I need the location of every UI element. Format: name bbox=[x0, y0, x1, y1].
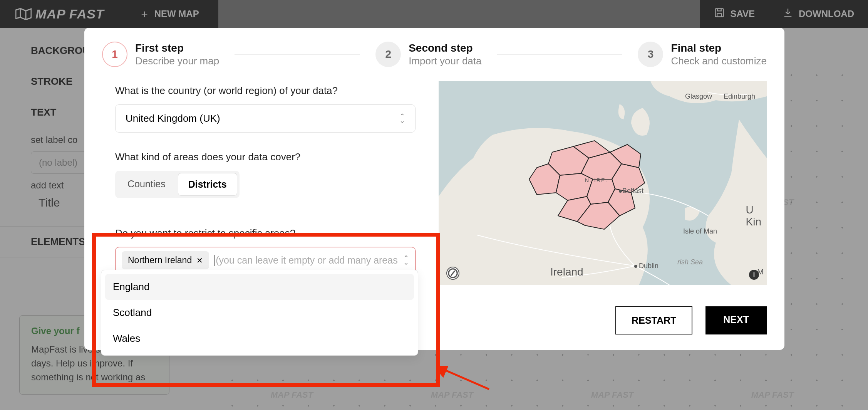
area-dropdown: England Scotland Wales bbox=[101, 270, 418, 356]
step-1[interactable]: 1 First step Describe your map bbox=[102, 42, 219, 67]
question-restrict: Do you want to restrict to specific area… bbox=[115, 227, 416, 239]
map-label-nire: N. IRE. bbox=[585, 177, 608, 183]
map-preview-panel: Glasgow Edinburgh N. IRE. Belfast Isle o… bbox=[439, 81, 767, 285]
form-left: What is the country (or world region) of… bbox=[102, 81, 416, 285]
next-button[interactable]: NEXT bbox=[705, 306, 767, 334]
map-label-belfast: Belfast bbox=[622, 187, 643, 195]
map-attribution-icon[interactable] bbox=[446, 267, 459, 280]
step-1-title: First step bbox=[135, 42, 219, 54]
map-label-edinburgh: Edinburgh bbox=[724, 92, 755, 101]
map-label-ireland: Ireland bbox=[550, 266, 583, 278]
toggle-districts[interactable]: Districts bbox=[178, 173, 237, 196]
step-1-sub: Describe your map bbox=[135, 55, 219, 67]
step-line-1 bbox=[235, 54, 360, 55]
chip-label: Northern Ireland bbox=[128, 255, 192, 265]
restrict-section: Do you want to restrict to specific area… bbox=[115, 217, 416, 274]
step-line-2 bbox=[497, 54, 622, 55]
country-select[interactable]: United Kingdom (UK) ⌃⌄ bbox=[115, 104, 416, 133]
modal-body: What is the country (or world region) of… bbox=[102, 81, 767, 285]
map-label-glasgow: Glasgow bbox=[685, 92, 712, 101]
stepper: 1 First step Describe your map 2 Second … bbox=[102, 42, 767, 67]
step-3-sub: Check and customize bbox=[671, 55, 767, 67]
area-type-toggle: Counties Districts bbox=[115, 171, 240, 198]
chevron-updown-icon: ⌃⌄ bbox=[399, 114, 405, 123]
map-label-iom: Isle of Man bbox=[683, 227, 717, 235]
modal-footer: RESTART NEXT bbox=[615, 306, 767, 334]
question-areas: What kind of areas does your data cover? bbox=[115, 151, 416, 163]
dropdown-item-england[interactable]: England bbox=[105, 274, 414, 300]
dropdown-item-scotland[interactable]: Scotland bbox=[105, 300, 414, 326]
step-2-badge: 2 bbox=[375, 42, 401, 67]
chip-remove-icon[interactable]: ✕ bbox=[196, 256, 203, 265]
map-preview[interactable]: Glasgow Edinburgh N. IRE. Belfast Isle o… bbox=[439, 81, 767, 285]
step-2-sub: Import your data bbox=[409, 55, 481, 67]
restart-button[interactable]: RESTART bbox=[615, 306, 692, 334]
step-2-title: Second step bbox=[409, 42, 481, 54]
chevron-updown-icon: ⌃⌄ bbox=[403, 256, 409, 265]
map-label-dublin: Dublin bbox=[639, 262, 659, 270]
map-info-icon[interactable]: i bbox=[749, 270, 759, 280]
chip-northern-ireland: Northern Ireland ✕ bbox=[122, 251, 209, 269]
belfast-marker bbox=[619, 190, 622, 193]
step-3[interactable]: 3 Final step Check and customize bbox=[638, 42, 767, 67]
toggle-counties[interactable]: Counties bbox=[117, 173, 176, 196]
question-country: What is the country (or world region) of… bbox=[115, 85, 416, 97]
country-value: United Kingdom (UK) bbox=[126, 113, 220, 124]
step-3-title: Final step bbox=[671, 42, 767, 54]
multiselect-placeholder: (you can leave it empty or add many area… bbox=[214, 255, 398, 266]
dublin-marker bbox=[634, 265, 637, 268]
step-3-badge: 3 bbox=[638, 42, 663, 67]
step-2[interactable]: 2 Second step Import your data bbox=[375, 42, 481, 67]
dropdown-item-wales[interactable]: Wales bbox=[105, 326, 414, 351]
map-label-uk: UKin bbox=[746, 204, 761, 228]
step-1-badge: 1 bbox=[102, 42, 127, 67]
map-label-irishsea: rish Sea bbox=[677, 258, 703, 266]
